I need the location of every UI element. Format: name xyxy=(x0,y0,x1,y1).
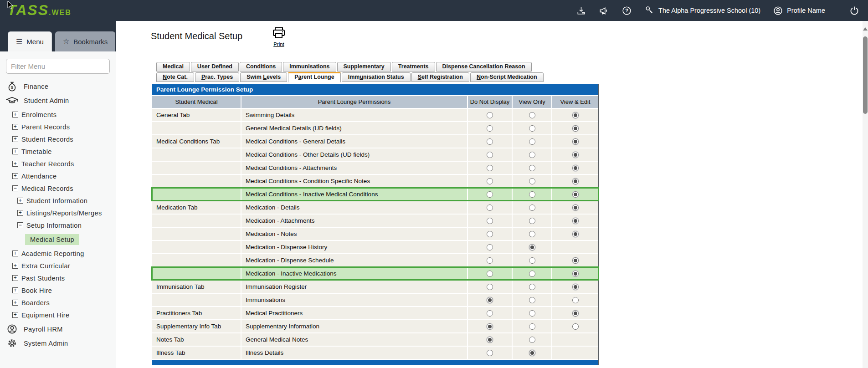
radio-view-only[interactable] xyxy=(529,112,535,118)
expand-plus-icon[interactable]: + xyxy=(12,300,18,306)
filter-menu-input[interactable] xyxy=(6,59,110,74)
radio-do-not-display[interactable] xyxy=(487,337,493,343)
bookmarks-tab[interactable]: ☆ Bookmarks xyxy=(55,31,115,51)
scrollbar-up-arrow[interactable] xyxy=(863,27,868,31)
radio-do-not-display[interactable] xyxy=(487,244,493,250)
expand-plus-icon[interactable]: + xyxy=(12,250,18,256)
radio-view-only[interactable] xyxy=(529,284,535,290)
print-button[interactable]: Print xyxy=(269,26,289,47)
sidebar-item-boarders[interactable]: +Boarders xyxy=(0,296,116,309)
sidebar-item-extra-curricular[interactable]: +Extra Curricular xyxy=(0,260,116,272)
radio-view-only[interactable] xyxy=(529,152,535,158)
radio-view-only[interactable] xyxy=(529,350,535,356)
radio-do-not-display[interactable] xyxy=(487,191,493,198)
radio-view-only[interactable] xyxy=(529,178,535,184)
radio-view-only[interactable] xyxy=(529,204,535,211)
tab-treatments[interactable]: Treatments xyxy=(392,62,435,72)
radio-view-only[interactable] xyxy=(529,165,535,171)
radio-do-not-display[interactable] xyxy=(487,310,493,317)
radio-do-not-display[interactable] xyxy=(487,112,493,118)
radio-do-not-display[interactable] xyxy=(487,271,493,277)
radio-view-only[interactable] xyxy=(529,323,535,330)
radio-do-not-display[interactable] xyxy=(487,204,493,211)
sidebar-item-academic-reporting[interactable]: +Academic Reporting xyxy=(0,247,116,260)
radio-view-edit[interactable] xyxy=(572,178,579,184)
radio-view-only[interactable] xyxy=(529,257,535,264)
sidebar-item-student-records[interactable]: +Student Records xyxy=(0,133,116,145)
radio-view-edit[interactable] xyxy=(572,257,579,264)
tab-self-registration[interactable]: Self Registration xyxy=(411,72,469,82)
logout-power-icon[interactable] xyxy=(849,5,860,16)
radio-view-edit[interactable] xyxy=(572,284,579,290)
radio-do-not-display[interactable] xyxy=(487,323,493,330)
radio-view-only[interactable] xyxy=(529,337,535,343)
expand-plus-icon[interactable]: + xyxy=(12,287,18,293)
tab-swim-levels[interactable]: Swim Levels xyxy=(240,72,287,82)
sidebar-item-timetable[interactable]: +Timetable xyxy=(0,145,116,158)
sidebar-item-system-admin[interactable]: System Admin xyxy=(0,337,116,349)
sidebar-item-parent-records[interactable]: +Parent Records xyxy=(0,121,116,133)
tab-user-defined[interactable]: User Defined xyxy=(191,62,239,72)
tab-parent-lounge[interactable]: Parent Lounge xyxy=(288,72,341,82)
radio-view-edit[interactable] xyxy=(572,112,579,118)
download-icon[interactable] xyxy=(575,5,586,16)
collapse-minus-icon[interactable]: − xyxy=(17,222,23,228)
sidebar-item-book-hire[interactable]: +Book Hire xyxy=(0,284,116,296)
sidebar-item-teacher-records[interactable]: +Teacher Records xyxy=(0,158,116,170)
radio-do-not-display[interactable] xyxy=(487,178,493,184)
expand-plus-icon[interactable]: + xyxy=(12,312,18,318)
sidebar-item-medical-setup[interactable]: Medical Setup xyxy=(0,233,116,245)
radio-view-edit[interactable] xyxy=(572,125,579,132)
menu-tab[interactable]: ☰ Menu xyxy=(8,31,52,51)
expand-plus-icon[interactable]: + xyxy=(12,173,18,179)
expand-plus-icon[interactable]: + xyxy=(12,136,18,142)
radio-view-only[interactable] xyxy=(529,297,535,303)
tab-prac-types[interactable]: Prac. Types xyxy=(195,72,239,82)
school-selector[interactable]: The Alpha Progressive School (10) xyxy=(644,5,760,16)
radio-view-only[interactable] xyxy=(529,138,535,145)
radio-do-not-display[interactable] xyxy=(487,284,493,290)
tab-medical[interactable]: Medical xyxy=(156,62,190,72)
radio-view-edit[interactable] xyxy=(572,310,579,317)
radio-view-only[interactable] xyxy=(529,218,535,224)
expand-plus-icon[interactable]: + xyxy=(17,198,23,204)
profile-menu[interactable]: Profile Name xyxy=(772,5,825,16)
tab-immunisations[interactable]: Immunisations xyxy=(283,62,336,72)
radio-view-edit[interactable] xyxy=(572,323,579,330)
radio-do-not-display[interactable] xyxy=(487,297,493,303)
tab-conditions[interactable]: Conditions xyxy=(240,62,282,72)
sidebar-item-past-students[interactable]: +Past Students xyxy=(0,272,116,284)
collapse-minus-icon[interactable]: − xyxy=(12,185,18,191)
radio-view-edit[interactable] xyxy=(572,165,579,171)
radio-view-only[interactable] xyxy=(529,191,535,198)
sidebar-item-medical-records[interactable]: −Medical Records xyxy=(0,182,116,194)
expand-plus-icon[interactable]: + xyxy=(12,275,18,281)
expand-plus-icon[interactable]: + xyxy=(17,210,23,216)
radio-do-not-display[interactable] xyxy=(487,165,493,171)
radio-view-only[interactable] xyxy=(529,271,535,277)
expand-plus-icon[interactable]: + xyxy=(12,161,18,167)
sidebar-item-payroll-hrm[interactable]: Payroll HRM xyxy=(0,323,116,335)
radio-view-edit[interactable] xyxy=(572,231,579,237)
help-icon[interactable]: ? xyxy=(621,5,632,16)
expand-plus-icon[interactable]: + xyxy=(12,112,18,118)
tab-supplementary[interactable]: Supplementary xyxy=(337,62,391,72)
radio-view-only[interactable] xyxy=(529,125,535,132)
sidebar-item-listings-reports-merges[interactable]: +Listings/Reports/Merges xyxy=(0,207,116,219)
tab-dispense-cancellation-reason[interactable]: Dispense Cancellation Reason xyxy=(436,62,532,72)
radio-do-not-display[interactable] xyxy=(487,152,493,158)
sidebar-item-student-admin[interactable]: Student Admin xyxy=(0,94,116,107)
tab-immunisation-status[interactable]: Immunisation Status xyxy=(342,72,411,82)
radio-do-not-display[interactable] xyxy=(487,350,493,356)
sidebar-item-setup-information[interactable]: −Setup Information xyxy=(0,219,116,231)
radio-do-not-display[interactable] xyxy=(487,218,493,224)
radio-view-only[interactable] xyxy=(529,244,535,250)
radio-do-not-display[interactable] xyxy=(487,231,493,237)
radio-view-edit[interactable] xyxy=(572,271,579,277)
radio-view-only[interactable] xyxy=(529,310,535,317)
announcements-icon[interactable] xyxy=(598,5,609,16)
radio-view-only[interactable] xyxy=(529,231,535,237)
sidebar-item-student-information[interactable]: +Student Information xyxy=(0,194,116,207)
radio-view-edit[interactable] xyxy=(572,204,579,211)
sidebar-item-attendance[interactable]: +Attendance xyxy=(0,170,116,182)
